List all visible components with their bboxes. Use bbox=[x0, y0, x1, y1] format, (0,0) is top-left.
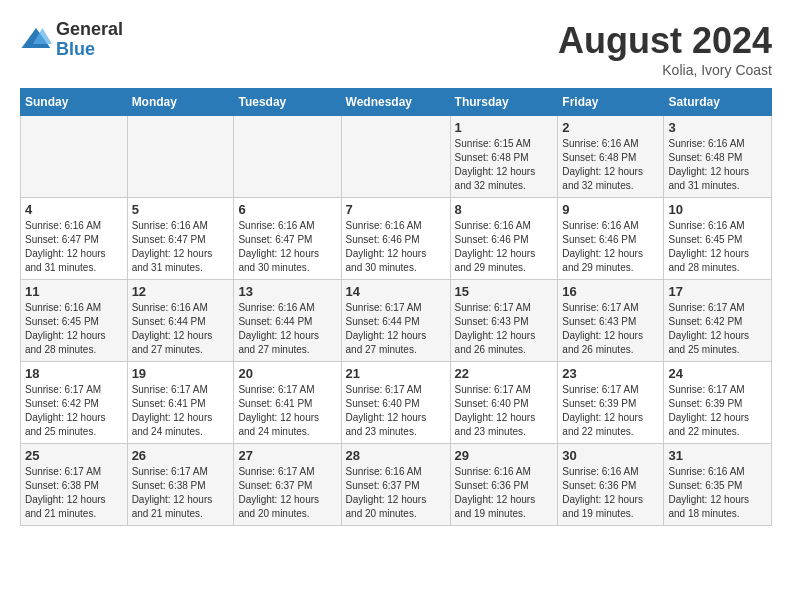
day-header: Thursday bbox=[450, 89, 558, 116]
day-number: 18 bbox=[25, 366, 123, 381]
calendar-week-row: 18Sunrise: 6:17 AM Sunset: 6:42 PM Dayli… bbox=[21, 362, 772, 444]
day-info: Sunrise: 6:17 AM Sunset: 6:43 PM Dayligh… bbox=[562, 301, 659, 357]
day-number: 7 bbox=[346, 202, 446, 217]
day-info: Sunrise: 6:16 AM Sunset: 6:36 PM Dayligh… bbox=[562, 465, 659, 521]
day-info: Sunrise: 6:16 AM Sunset: 6:35 PM Dayligh… bbox=[668, 465, 767, 521]
day-number: 29 bbox=[455, 448, 554, 463]
logo-icon bbox=[20, 24, 52, 56]
day-header: Tuesday bbox=[234, 89, 341, 116]
day-info: Sunrise: 6:17 AM Sunset: 6:38 PM Dayligh… bbox=[132, 465, 230, 521]
logo: General Blue bbox=[20, 20, 123, 60]
day-header: Friday bbox=[558, 89, 664, 116]
calendar-cell: 2Sunrise: 6:16 AM Sunset: 6:48 PM Daylig… bbox=[558, 116, 664, 198]
day-number: 3 bbox=[668, 120, 767, 135]
page-header: General Blue August 2024 Kolia, Ivory Co… bbox=[20, 20, 772, 78]
day-number: 25 bbox=[25, 448, 123, 463]
day-info: Sunrise: 6:17 AM Sunset: 6:39 PM Dayligh… bbox=[668, 383, 767, 439]
day-info: Sunrise: 6:17 AM Sunset: 6:42 PM Dayligh… bbox=[668, 301, 767, 357]
day-number: 12 bbox=[132, 284, 230, 299]
calendar-cell: 15Sunrise: 6:17 AM Sunset: 6:43 PM Dayli… bbox=[450, 280, 558, 362]
calendar-cell bbox=[21, 116, 128, 198]
day-info: Sunrise: 6:17 AM Sunset: 6:41 PM Dayligh… bbox=[238, 383, 336, 439]
day-number: 8 bbox=[455, 202, 554, 217]
calendar-cell: 6Sunrise: 6:16 AM Sunset: 6:47 PM Daylig… bbox=[234, 198, 341, 280]
calendar-cell: 8Sunrise: 6:16 AM Sunset: 6:46 PM Daylig… bbox=[450, 198, 558, 280]
day-info: Sunrise: 6:17 AM Sunset: 6:43 PM Dayligh… bbox=[455, 301, 554, 357]
title-block: August 2024 Kolia, Ivory Coast bbox=[558, 20, 772, 78]
day-number: 17 bbox=[668, 284, 767, 299]
day-number: 4 bbox=[25, 202, 123, 217]
day-info: Sunrise: 6:17 AM Sunset: 6:40 PM Dayligh… bbox=[455, 383, 554, 439]
calendar-cell: 25Sunrise: 6:17 AM Sunset: 6:38 PM Dayli… bbox=[21, 444, 128, 526]
calendar-cell: 17Sunrise: 6:17 AM Sunset: 6:42 PM Dayli… bbox=[664, 280, 772, 362]
day-number: 9 bbox=[562, 202, 659, 217]
day-info: Sunrise: 6:17 AM Sunset: 6:40 PM Dayligh… bbox=[346, 383, 446, 439]
calendar-cell: 11Sunrise: 6:16 AM Sunset: 6:45 PM Dayli… bbox=[21, 280, 128, 362]
day-info: Sunrise: 6:16 AM Sunset: 6:36 PM Dayligh… bbox=[455, 465, 554, 521]
logo-general-text: General bbox=[56, 20, 123, 40]
day-info: Sunrise: 6:17 AM Sunset: 6:38 PM Dayligh… bbox=[25, 465, 123, 521]
calendar-cell: 7Sunrise: 6:16 AM Sunset: 6:46 PM Daylig… bbox=[341, 198, 450, 280]
calendar-cell: 27Sunrise: 6:17 AM Sunset: 6:37 PM Dayli… bbox=[234, 444, 341, 526]
day-number: 19 bbox=[132, 366, 230, 381]
day-info: Sunrise: 6:17 AM Sunset: 6:37 PM Dayligh… bbox=[238, 465, 336, 521]
day-info: Sunrise: 6:16 AM Sunset: 6:46 PM Dayligh… bbox=[346, 219, 446, 275]
calendar-cell bbox=[234, 116, 341, 198]
day-info: Sunrise: 6:16 AM Sunset: 6:45 PM Dayligh… bbox=[668, 219, 767, 275]
day-number: 26 bbox=[132, 448, 230, 463]
calendar-cell: 26Sunrise: 6:17 AM Sunset: 6:38 PM Dayli… bbox=[127, 444, 234, 526]
day-number: 30 bbox=[562, 448, 659, 463]
calendar-cell: 29Sunrise: 6:16 AM Sunset: 6:36 PM Dayli… bbox=[450, 444, 558, 526]
day-info: Sunrise: 6:16 AM Sunset: 6:44 PM Dayligh… bbox=[132, 301, 230, 357]
day-info: Sunrise: 6:16 AM Sunset: 6:48 PM Dayligh… bbox=[562, 137, 659, 193]
day-number: 21 bbox=[346, 366, 446, 381]
calendar-cell: 12Sunrise: 6:16 AM Sunset: 6:44 PM Dayli… bbox=[127, 280, 234, 362]
calendar-cell: 22Sunrise: 6:17 AM Sunset: 6:40 PM Dayli… bbox=[450, 362, 558, 444]
day-info: Sunrise: 6:17 AM Sunset: 6:42 PM Dayligh… bbox=[25, 383, 123, 439]
calendar-cell: 20Sunrise: 6:17 AM Sunset: 6:41 PM Dayli… bbox=[234, 362, 341, 444]
day-number: 24 bbox=[668, 366, 767, 381]
calendar-cell: 23Sunrise: 6:17 AM Sunset: 6:39 PM Dayli… bbox=[558, 362, 664, 444]
month-year: August 2024 bbox=[558, 20, 772, 62]
calendar-cell: 30Sunrise: 6:16 AM Sunset: 6:36 PM Dayli… bbox=[558, 444, 664, 526]
calendar-week-row: 25Sunrise: 6:17 AM Sunset: 6:38 PM Dayli… bbox=[21, 444, 772, 526]
day-info: Sunrise: 6:16 AM Sunset: 6:47 PM Dayligh… bbox=[132, 219, 230, 275]
logo-blue-text: Blue bbox=[56, 40, 123, 60]
day-info: Sunrise: 6:16 AM Sunset: 6:47 PM Dayligh… bbox=[238, 219, 336, 275]
day-number: 11 bbox=[25, 284, 123, 299]
calendar-cell: 9Sunrise: 6:16 AM Sunset: 6:46 PM Daylig… bbox=[558, 198, 664, 280]
day-info: Sunrise: 6:17 AM Sunset: 6:41 PM Dayligh… bbox=[132, 383, 230, 439]
day-info: Sunrise: 6:16 AM Sunset: 6:46 PM Dayligh… bbox=[455, 219, 554, 275]
calendar-cell: 5Sunrise: 6:16 AM Sunset: 6:47 PM Daylig… bbox=[127, 198, 234, 280]
day-number: 15 bbox=[455, 284, 554, 299]
day-info: Sunrise: 6:16 AM Sunset: 6:47 PM Dayligh… bbox=[25, 219, 123, 275]
calendar-cell: 31Sunrise: 6:16 AM Sunset: 6:35 PM Dayli… bbox=[664, 444, 772, 526]
day-number: 20 bbox=[238, 366, 336, 381]
day-number: 2 bbox=[562, 120, 659, 135]
calendar-cell bbox=[341, 116, 450, 198]
calendar-week-row: 1Sunrise: 6:15 AM Sunset: 6:48 PM Daylig… bbox=[21, 116, 772, 198]
location: Kolia, Ivory Coast bbox=[558, 62, 772, 78]
calendar-cell bbox=[127, 116, 234, 198]
calendar-cell: 1Sunrise: 6:15 AM Sunset: 6:48 PM Daylig… bbox=[450, 116, 558, 198]
day-info: Sunrise: 6:15 AM Sunset: 6:48 PM Dayligh… bbox=[455, 137, 554, 193]
calendar-cell: 18Sunrise: 6:17 AM Sunset: 6:42 PM Dayli… bbox=[21, 362, 128, 444]
day-header: Monday bbox=[127, 89, 234, 116]
calendar-cell: 24Sunrise: 6:17 AM Sunset: 6:39 PM Dayli… bbox=[664, 362, 772, 444]
day-number: 13 bbox=[238, 284, 336, 299]
calendar-cell: 19Sunrise: 6:17 AM Sunset: 6:41 PM Dayli… bbox=[127, 362, 234, 444]
calendar-cell: 13Sunrise: 6:16 AM Sunset: 6:44 PM Dayli… bbox=[234, 280, 341, 362]
day-info: Sunrise: 6:16 AM Sunset: 6:46 PM Dayligh… bbox=[562, 219, 659, 275]
day-header: Sunday bbox=[21, 89, 128, 116]
calendar-cell: 10Sunrise: 6:16 AM Sunset: 6:45 PM Dayli… bbox=[664, 198, 772, 280]
day-number: 22 bbox=[455, 366, 554, 381]
day-number: 14 bbox=[346, 284, 446, 299]
calendar-cell: 14Sunrise: 6:17 AM Sunset: 6:44 PM Dayli… bbox=[341, 280, 450, 362]
calendar-cell: 28Sunrise: 6:16 AM Sunset: 6:37 PM Dayli… bbox=[341, 444, 450, 526]
day-headers-row: SundayMondayTuesdayWednesdayThursdayFrid… bbox=[21, 89, 772, 116]
day-header: Wednesday bbox=[341, 89, 450, 116]
day-info: Sunrise: 6:17 AM Sunset: 6:39 PM Dayligh… bbox=[562, 383, 659, 439]
calendar-cell: 16Sunrise: 6:17 AM Sunset: 6:43 PM Dayli… bbox=[558, 280, 664, 362]
day-info: Sunrise: 6:16 AM Sunset: 6:48 PM Dayligh… bbox=[668, 137, 767, 193]
calendar-cell: 3Sunrise: 6:16 AM Sunset: 6:48 PM Daylig… bbox=[664, 116, 772, 198]
